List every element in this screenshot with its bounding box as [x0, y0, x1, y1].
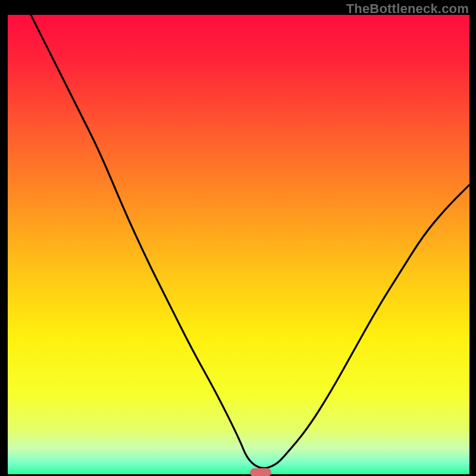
watermark-text: TheBottleneck.com	[346, 1, 469, 17]
bottleneck-curve	[8, 15, 469, 474]
optimum-marker	[250, 468, 271, 476]
plot-area	[8, 15, 469, 474]
chart-stage: TheBottleneck.com	[0, 0, 476, 476]
curve-path	[31, 15, 469, 468]
